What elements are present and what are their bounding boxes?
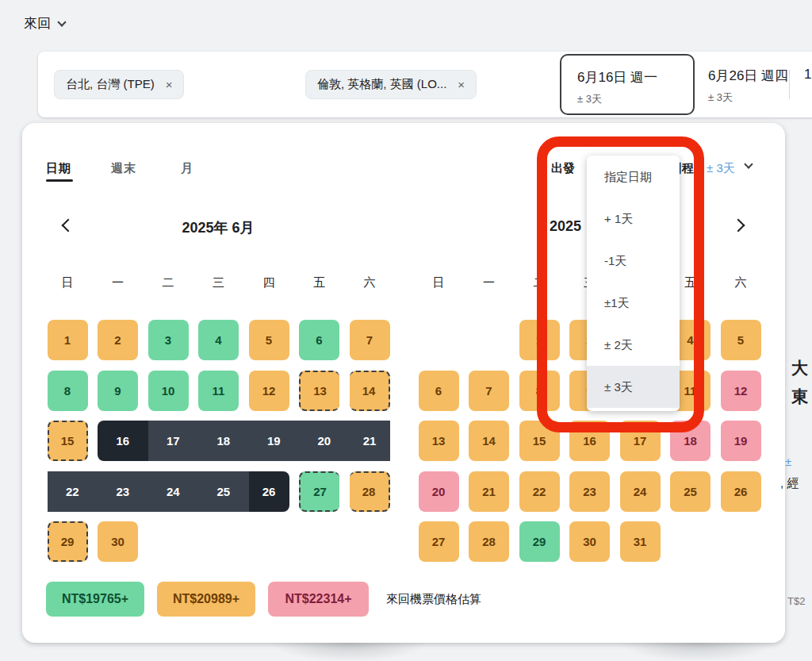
calendar-day-jul-27[interactable]: 27 [419, 521, 459, 562]
calendar-day-jun-4[interactable]: 4 [198, 320, 239, 360]
calendar-day-jun-13[interactable]: 13 [299, 371, 339, 411]
weekday-header: 二 [148, 275, 189, 290]
calendar-day-jun-3[interactable]: 3 [148, 320, 189, 360]
calendar-day-jun-29[interactable]: 29 [48, 521, 88, 562]
next-month-button[interactable] [732, 219, 745, 233]
calendar-day-jun-7[interactable]: 7 [350, 320, 390, 360]
calendar-day-jun-28[interactable]: 28 [350, 471, 390, 512]
return-date-value[interactable]: 6月26日 週四 [708, 67, 788, 85]
calendar-day-jul-26[interactable]: 26 [721, 471, 761, 512]
flight-search-bar: 台北, 台灣 (TPE) × ⇄ 倫敦, 英格蘭, 英國 (LO... × 6月… [38, 52, 812, 117]
flight-date-picker-screen: 來回 台北, 台灣 (TPE) × ⇄ 倫敦, 英格蘭, 英國 (LO... ×… [0, 0, 812, 661]
dropdown-item-2[interactable]: + 1天 [587, 198, 680, 240]
calendar-day-jun-20[interactable]: 20 [299, 421, 350, 461]
close-icon[interactable]: × [458, 78, 465, 91]
calendar-day-jul-1[interactable]: 1 [519, 320, 560, 360]
calendar-day-jun-2[interactable]: 2 [98, 320, 138, 360]
calendar-day-jul-8[interactable]: 8 [519, 371, 560, 411]
calendar-day-jun-17[interactable]: 17 [148, 421, 199, 461]
calendar-day-jun-12[interactable]: 12 [249, 371, 289, 411]
calendar-day-jun-11[interactable]: 11 [198, 371, 239, 411]
calendar-day-jun-10[interactable]: 10 [148, 371, 189, 411]
calendar-day-jul-6[interactable]: 6 [419, 371, 459, 411]
depart-flex-label: 出發 [551, 161, 575, 176]
calendar-day-jun-22[interactable]: 22 [48, 471, 98, 512]
calendar-day-jun-18[interactable]: 18 [198, 421, 249, 461]
calendar-day-jul-20[interactable]: 20 [419, 471, 459, 512]
calendar-day-jun-25[interactable]: 25 [198, 471, 249, 512]
calendar-day-jul-21[interactable]: 21 [469, 471, 509, 512]
destination-chip[interactable]: 倫敦, 英格蘭, 英國 (LO... × [305, 70, 477, 99]
chevron-down-icon [57, 17, 66, 26]
weekday-header: 二 [519, 275, 560, 290]
calendar-day-jul-31[interactable]: 31 [620, 521, 661, 562]
weekday-header: 五 [299, 275, 339, 290]
tab-dates[interactable]: 日期 [46, 161, 71, 176]
calendar-day-jul-5[interactable]: 5 [721, 320, 761, 360]
calendar-day-jun-30[interactable]: 30 [98, 521, 138, 562]
calendar-day-jul-13[interactable]: 13 [419, 421, 459, 461]
calendar-day-jun-21[interactable]: 21 [350, 421, 390, 461]
divider [789, 70, 790, 99]
calendar-day-jul-23[interactable]: 23 [569, 471, 610, 512]
calendar-day-jun-8[interactable]: 8 [48, 371, 88, 411]
card-shadow [587, 643, 809, 661]
calendar-day-jul-14[interactable]: 14 [469, 421, 509, 461]
calendar-day-jul-19[interactable]: 19 [721, 421, 761, 461]
calendar-day-jun-6[interactable]: 6 [299, 320, 339, 360]
calendar-day-jun-9[interactable]: 9 [98, 371, 138, 411]
weekday-header: 六 [721, 275, 761, 290]
destination-label: 倫敦, 英格蘭, 英國 (LO... [317, 77, 446, 92]
calendar-day-jun-23[interactable]: 23 [98, 471, 148, 512]
close-icon[interactable]: × [166, 78, 173, 91]
calendar-day-jul-30[interactable]: 30 [569, 521, 610, 562]
calendar-day-jul-12[interactable]: 12 [721, 371, 761, 411]
origin-chip[interactable]: 台北, 台灣 (TPE) × [54, 70, 184, 99]
depart-date-flex: ± 3天 [577, 92, 602, 106]
calendar-day-jun-24[interactable]: 24 [148, 471, 199, 512]
calendar-day-jun-27[interactable]: 27 [299, 471, 339, 512]
weekday-header: 日 [419, 275, 459, 290]
calendar-day-jul-7[interactable]: 7 [469, 371, 509, 411]
trip-type-label: 來回 [24, 14, 51, 33]
calendar-day-jun-15[interactable]: 15 [48, 421, 88, 461]
legend-chip-pink: NT$22314+ [268, 582, 369, 617]
dropdown-item-4[interactable]: ±1天 [587, 282, 680, 324]
calendar-day-jun-14[interactable]: 14 [350, 371, 390, 411]
calendar-day-jul-24[interactable]: 24 [620, 471, 661, 512]
calendar-day-jul-28[interactable]: 28 [469, 521, 509, 562]
calendar-day-jul-25[interactable]: 25 [670, 471, 710, 512]
calendar-day-jun-16[interactable]: 16 [98, 421, 148, 461]
calendar-day-jul-29[interactable]: 29 [519, 521, 560, 562]
calendar-day-jun-5[interactable]: 5 [249, 320, 289, 360]
calendar-day-jul-18[interactable]: 18 [670, 421, 710, 461]
passenger-count-fragment[interactable]: 1 [804, 67, 811, 83]
calendar-day-jul-15[interactable]: 15 [519, 421, 560, 461]
cutoff-text: 東 [791, 386, 808, 408]
calendar-day-jul-17[interactable]: 17 [620, 421, 661, 461]
calendar-day-jun-19[interactable]: 19 [249, 421, 300, 461]
trip-type-selector[interactable]: 來回 [24, 14, 65, 33]
origin-label: 台北, 台灣 (TPE) [66, 77, 155, 92]
chevron-down-icon[interactable] [744, 159, 753, 168]
calendar-day-jul-16[interactable]: 16 [569, 421, 610, 461]
card-shadow [238, 643, 460, 661]
tab-weekends[interactable]: 週末 [111, 161, 136, 176]
dropdown-item-3[interactable]: -1天 [587, 240, 680, 282]
depart-date-field[interactable]: 6月16日 週一 ± 3天 [560, 54, 695, 115]
dropdown-item-6[interactable]: ± 3天 [587, 366, 680, 408]
active-tab-underline [46, 179, 73, 182]
prev-month-button[interactable] [62, 219, 75, 233]
calendar-day-jul-22[interactable]: 22 [519, 471, 560, 512]
return-flex-dropdown[interactable]: ± 3天 [707, 161, 735, 176]
calendar-day-jun-1[interactable]: 1 [48, 320, 88, 360]
weekday-header: 六 [350, 275, 390, 290]
legend-note: 來回機票價格估算 [386, 592, 481, 607]
month-title-july-fragment: 2025 [550, 218, 581, 235]
cutoff-price-text: T$2 [787, 595, 805, 607]
cutoff-flex-text: ± [785, 455, 791, 468]
calendar-day-jun-26[interactable]: 26 [249, 471, 289, 512]
dropdown-item-1[interactable]: 指定日期 [587, 156, 680, 198]
tab-months[interactable]: 月 [181, 161, 193, 176]
dropdown-item-5[interactable]: ± 2天 [587, 324, 680, 366]
